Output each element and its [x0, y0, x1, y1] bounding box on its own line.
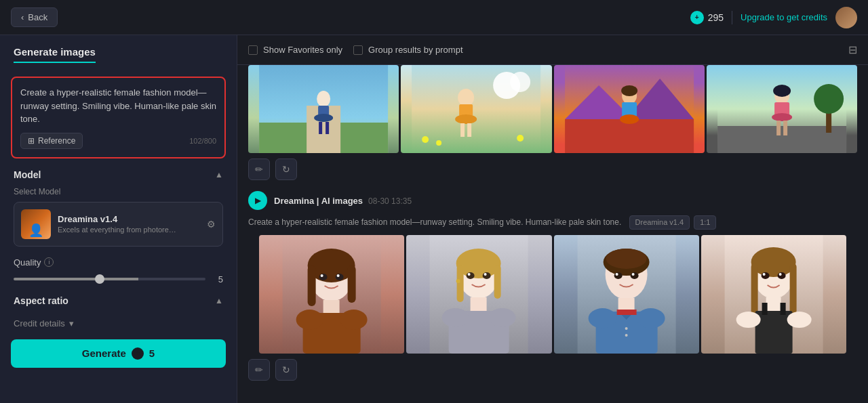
prompt-box[interactable]: Create a hyper-realistic female fashion …: [11, 77, 226, 158]
anime-image-3: [554, 65, 705, 153]
entry-header: ▶ Dreamina | AI images 08-30 13:35: [248, 191, 857, 210]
anime-image-4: [707, 65, 857, 153]
svg-rect-34: [783, 121, 787, 135]
ratio-tag: 1:1: [694, 215, 716, 230]
bottom-edit-button[interactable]: ✏: [248, 359, 270, 381]
content-scroll[interactable]: ✏ ↻ ▶ Dreamina | AI images 08-30 13:35: [237, 65, 868, 403]
layout-icon[interactable]: ⊟: [848, 43, 857, 56]
anime-img-inner-1: [248, 65, 399, 153]
refresh-button[interactable]: ↻: [275, 158, 297, 180]
group-results-toggle[interactable]: Group results by prompt: [353, 45, 462, 55]
content-area: Show Favorites only Group results by pro…: [237, 35, 868, 403]
svg-rect-22: [565, 119, 694, 153]
svg-point-16: [422, 136, 429, 143]
show-favorites-checkbox[interactable]: [248, 45, 258, 55]
svg-point-17: [436, 140, 441, 146]
svg-point-26: [621, 85, 637, 96]
svg-point-85: [761, 272, 769, 279]
model-section-header: Model ▲: [14, 169, 223, 180]
model-photo-inner-4: [701, 235, 846, 354]
svg-point-70: [615, 273, 618, 276]
bottom-actions: ✏ ↻: [237, 354, 868, 386]
svg-point-67: [606, 249, 646, 269]
generate-label: Generate: [82, 347, 126, 359]
prompt-text: Create a hyper-realistic female fashion …: [20, 86, 216, 126]
credits-count: 295: [708, 12, 724, 23]
top-image-strip: [237, 65, 868, 153]
quality-slider[interactable]: [14, 278, 205, 280]
model-card[interactable]: Dreamina v1.4 Excels at everything from …: [14, 202, 223, 247]
svg-point-11: [458, 89, 474, 106]
aspect-ratio-section: Aspect ratio ▲: [0, 290, 237, 313]
aspect-chevron-icon: ▲: [215, 296, 223, 305]
char-count: 102/800: [189, 137, 216, 145]
svg-point-56: [483, 272, 491, 279]
quality-info-icon[interactable]: i: [44, 257, 54, 267]
svg-point-13: [455, 114, 477, 124]
model-settings-icon[interactable]: ⚙: [207, 219, 216, 230]
bottom-refresh-button[interactable]: ↻: [275, 359, 297, 381]
model-photo-inner-2: [406, 235, 551, 354]
svg-rect-83: [751, 263, 757, 318]
sidebar-header: Generate images: [0, 35, 237, 70]
svg-rect-46: [323, 300, 340, 314]
model-thumbnail: [21, 209, 51, 239]
svg-point-48: [296, 310, 323, 330]
svg-point-61: [442, 308, 469, 327]
entry-avatar-icon: ▶: [255, 196, 261, 205]
svg-point-93: [736, 312, 760, 328]
group-results-checkbox[interactable]: [353, 45, 363, 55]
quality-value: 5: [212, 274, 223, 284]
model-photo-2[interactable]: [406, 235, 551, 354]
model-photo-4[interactable]: [701, 235, 846, 354]
entry-date: 08-30 13:35: [368, 196, 412, 206]
anime-image-1: [248, 65, 399, 153]
svg-rect-15: [467, 123, 471, 137]
model-section-title: Model: [14, 169, 41, 180]
show-favorites-toggle[interactable]: Show Favorites only: [248, 45, 342, 55]
reference-button[interactable]: ⊞ Reference: [20, 133, 83, 149]
sidebar: Generate images Create a hyper-realistic…: [0, 35, 237, 403]
svg-point-87: [762, 273, 765, 276]
generate-count: 5: [149, 347, 155, 359]
edit-button[interactable]: ✏: [248, 158, 270, 180]
svg-point-32: [772, 113, 792, 121]
back-button[interactable]: ‹ Back: [11, 7, 58, 27]
model-desc: Excels at everything from photoreali...: [58, 226, 180, 234]
svg-point-62: [489, 308, 516, 327]
model-photo-1[interactable]: [259, 235, 404, 354]
svg-rect-14: [460, 123, 465, 137]
quality-section: Quality i 5: [0, 252, 237, 290]
svg-rect-90: [755, 311, 792, 354]
svg-rect-59: [471, 297, 487, 311]
entry-tags: Dreamina v1.4 1:1: [629, 215, 717, 230]
svg-point-68: [614, 272, 622, 279]
avatar[interactable]: [835, 7, 857, 28]
svg-rect-89: [766, 297, 781, 311]
credits-badge: + 295: [690, 11, 724, 24]
credit-chevron-icon: ▾: [69, 318, 74, 328]
svg-rect-41: [348, 266, 356, 303]
model-photo-3[interactable]: [554, 235, 699, 354]
strip-actions: ✏ ↻: [237, 153, 868, 186]
svg-rect-53: [457, 265, 464, 302]
credit-details[interactable]: Credit details ▾: [0, 313, 237, 334]
toolbar-left: Show Favorites only Group results by pro…: [248, 45, 463, 55]
upgrade-button[interactable]: Upgrade to get credits: [741, 12, 827, 22]
sidebar-title: Generate images: [14, 46, 96, 63]
svg-rect-92: [780, 303, 785, 315]
svg-point-5: [314, 114, 333, 122]
generation-entry: ▶ Dreamina | AI images 08-30 13:35 Creat…: [237, 186, 868, 354]
svg-point-86: [777, 272, 785, 279]
model-chevron-icon: ▲: [215, 170, 223, 179]
generate-button[interactable]: Generate + 5: [11, 339, 226, 368]
svg-rect-6: [319, 122, 322, 134]
svg-point-42: [319, 274, 328, 280]
credits-icon: +: [690, 11, 704, 24]
photo-grid: [248, 235, 857, 354]
group-results-label: Group results by prompt: [368, 45, 462, 55]
generate-icon: +: [132, 347, 144, 360]
svg-point-88: [778, 273, 781, 276]
model-photo-inner-1: [259, 235, 404, 354]
prompt-footer: ⊞ Reference 102/800: [20, 133, 216, 149]
